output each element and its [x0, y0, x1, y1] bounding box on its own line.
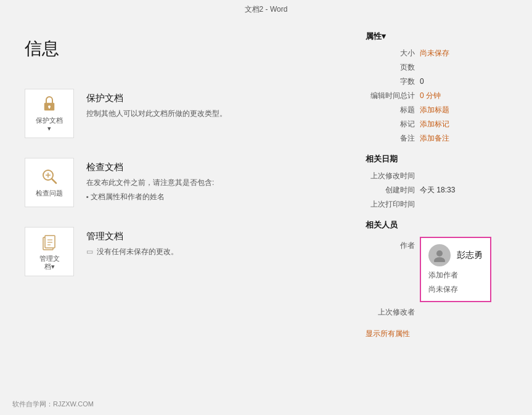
prop-row-words: 字数 0: [366, 76, 520, 87]
not-saved-label: 尚未保存: [428, 284, 483, 295]
protect-icon-label: 保护文档 ▾: [36, 117, 63, 133]
protect-card-title: 保护文档: [86, 92, 335, 104]
inspect-card-content: 检查文档 在发布此文件之前，请注意其是否包含: 文档属性和作者的姓名: [86, 158, 335, 203]
prop-row-pages: 页数: [366, 62, 520, 73]
prop-value-title[interactable]: 添加标题: [420, 105, 520, 115]
manage-card-desc: ▭没有任何未保存的更改。: [86, 246, 335, 258]
svg-rect-8: [45, 236, 55, 248]
prop-label-words: 字数: [366, 76, 415, 87]
prop-value-words: 0: [420, 77, 520, 86]
protect-card-content: 保护文档 控制其他人可以对此文档所做的更改类型。: [86, 89, 335, 120]
prop-value-created: 今天 18:33: [420, 185, 520, 195]
manage-icon: [39, 232, 59, 252]
related-people-section: 相关人员 作者 彭志勇 添加作者 尚未保存: [366, 220, 520, 318]
prop-label-tags: 标记: [366, 119, 415, 129]
properties-section-title[interactable]: 属性▾: [366, 31, 520, 42]
properties-panel: 属性▾ 大小 尚未保存 页数 字数 0 编辑时间总计 0 分钟 标题 添加标题: [359, 18, 532, 415]
prop-label-lastmod: 上次修改时间: [366, 171, 415, 181]
prop-row-notes: 备注 添加备注: [366, 133, 520, 144]
prop-value-tags[interactable]: 添加标记: [420, 119, 520, 129]
svg-rect-2: [49, 107, 50, 109]
manage-document-button[interactable]: 管理文 档▾: [25, 227, 74, 276]
main-container: 信息 保护文档: [0, 18, 532, 415]
inspect-card-title: 检查文档: [86, 162, 335, 173]
protect-document-button[interactable]: 保护文档 ▾: [25, 89, 74, 138]
prop-row-tags: 标记 添加标记: [366, 119, 520, 129]
inspect-card-desc: 在发布此文件之前，请注意其是否包含: 文档属性和作者的姓名: [86, 177, 335, 203]
prop-row-lastmodifier: 上次修改者: [366, 307, 520, 318]
manage-icon-label: 管理文 档▾: [39, 255, 60, 271]
manage-card-title: 管理文档: [86, 231, 335, 242]
footer-text: 软件自学网：RJZXW.COM: [12, 400, 94, 408]
avatar: [428, 244, 451, 266]
prop-row-created: 创建时间 今天 18:33: [366, 185, 520, 195]
footer: 软件自学网：RJZXW.COM: [12, 400, 94, 409]
prop-label-title: 标题: [366, 105, 415, 115]
inspect-document-button[interactable]: 检查问题: [25, 158, 74, 207]
properties-fields: 大小 尚未保存 页数 字数 0 编辑时间总计 0 分钟 标题 添加标题 标记 添…: [366, 48, 520, 144]
svg-line-4: [52, 179, 56, 183]
add-author-label[interactable]: 添加作者: [428, 270, 483, 281]
show-all-properties-link[interactable]: 显示所有属性: [366, 329, 410, 339]
prop-label-size: 大小: [366, 48, 415, 59]
manage-card-content: 管理文档 ▭没有任何未保存的更改。: [86, 227, 335, 258]
inspect-document-card: 检查问题 检查文档 在发布此文件之前，请注意其是否包含: 文档属性和作者的姓名: [25, 148, 335, 217]
author-name: 彭志勇: [457, 250, 483, 261]
prop-label-notes: 备注: [366, 133, 415, 144]
author-info-row: 彭志勇: [428, 244, 483, 266]
prop-row-author: 作者 彭志勇 添加作者 尚未保存: [366, 237, 520, 302]
prop-value-size: 尚未保存: [420, 48, 520, 59]
lock-icon: [39, 94, 59, 114]
related-dates-section: 相关日期 上次修改时间 创建时间 今天 18:33 上次打印时间: [366, 154, 520, 210]
svg-point-13: [434, 257, 445, 262]
svg-point-12: [436, 250, 443, 257]
prop-row-lastmod: 上次修改时间: [366, 171, 520, 181]
title-bar: 文档2 - Word: [0, 0, 532, 18]
author-card: 彭志勇 添加作者 尚未保存: [420, 237, 491, 302]
content-area: 信息 保护文档: [0, 18, 359, 415]
protect-document-card: 保护文档 ▾ 保护文档 控制其他人可以对此文档所做的更改类型。: [25, 79, 335, 148]
prop-row-size: 大小 尚未保存: [366, 48, 520, 59]
prop-value-edittime: 0 分钟: [420, 91, 520, 101]
related-people-title: 相关人员: [366, 220, 520, 231]
prop-value-notes[interactable]: 添加备注: [420, 133, 520, 144]
inspect-icon-label: 检查问题: [36, 189, 63, 197]
prop-label-lastmodifier: 上次修改者: [366, 307, 415, 318]
inspect-list-item: 文档属性和作者的姓名: [86, 191, 335, 203]
prop-row-edittime: 编辑时间总计 0 分钟: [366, 91, 520, 101]
page-title: 信息: [25, 37, 335, 60]
title-text: 文档2 - Word: [245, 4, 288, 15]
prop-label-pages: 页数: [366, 62, 415, 73]
prop-row-lastprint: 上次打印时间: [366, 199, 520, 210]
prop-label-created: 创建时间: [366, 185, 415, 195]
manage-document-card: 管理文 档▾ 管理文档 ▭没有任何未保存的更改。: [25, 217, 335, 286]
cards-section: 保护文档 ▾ 保护文档 控制其他人可以对此文档所做的更改类型。: [25, 79, 335, 403]
prop-label-author: 作者: [366, 237, 415, 251]
prop-label-lastprint: 上次打印时间: [366, 199, 415, 210]
protect-card-desc: 控制其他人可以对此文档所做的更改类型。: [86, 108, 335, 120]
prop-label-edittime: 编辑时间总计: [366, 91, 415, 101]
prop-row-title: 标题 添加标题: [366, 105, 520, 115]
inspect-icon: [39, 167, 59, 187]
related-dates-title: 相关日期: [366, 154, 520, 165]
